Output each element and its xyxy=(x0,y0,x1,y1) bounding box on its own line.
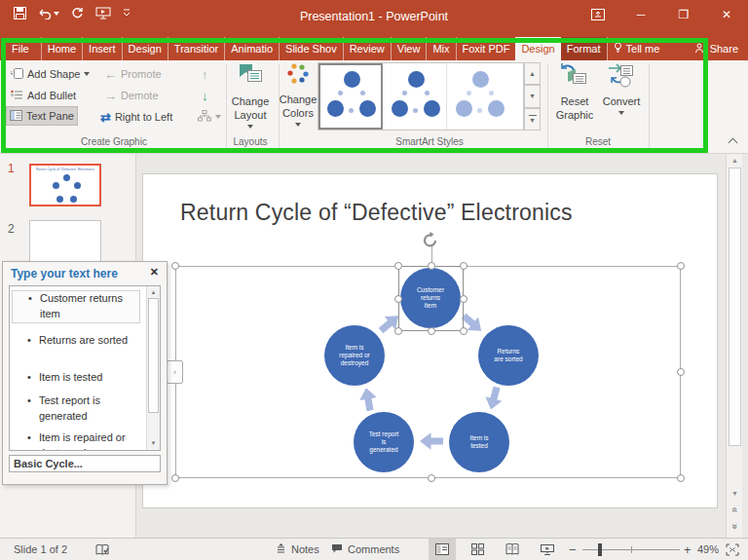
move-up-button[interactable]: ↑ xyxy=(199,64,211,84)
shape-handle-top-mid[interactable] xyxy=(428,262,435,270)
ribbon-display-options-button[interactable] xyxy=(577,0,619,29)
frame-handle-bottom-mid[interactable] xyxy=(428,474,435,482)
slideshow-button[interactable] xyxy=(534,539,561,560)
shape-handle-top-right[interactable] xyxy=(460,262,468,270)
slide-canvas[interactable]: Return Cycle of “Defective” Electronics … xyxy=(142,173,718,508)
zoom-in-button[interactable]: + xyxy=(684,539,692,560)
status-bar: Slide 1 of 2 Notes Comments − + 49% xyxy=(0,538,748,560)
text-pane-scroll-up-icon[interactable]: ▲ xyxy=(147,289,160,295)
close-button[interactable]: ✕ xyxy=(705,0,748,29)
cycle-node-item-is-tested[interactable]: Item is tested xyxy=(449,412,509,472)
tab-smartart-design-active[interactable]: Design xyxy=(515,37,560,60)
tab-file[interactable]: File xyxy=(0,37,42,60)
text-pane-button[interactable]: Text Pane xyxy=(6,106,78,126)
notes-button[interactable]: Notes xyxy=(276,539,319,560)
reading-view-button[interactable] xyxy=(499,539,526,560)
zoom-out-button[interactable]: − xyxy=(569,539,577,560)
add-bullet-button[interactable]: Add Bullet xyxy=(8,86,79,105)
text-pane-toggle-tab[interactable]: › xyxy=(167,360,183,384)
normal-view-button[interactable] xyxy=(429,539,456,560)
slide-sorter-button[interactable] xyxy=(464,539,491,560)
text-pane-scroll-down-icon[interactable]: ▼ xyxy=(147,440,160,446)
layout-name-box: Basic Cycle... xyxy=(9,455,161,472)
gallery-scroll-down-button[interactable]: ▼ xyxy=(524,85,541,107)
add-shape-caret-icon xyxy=(84,72,90,76)
share-button[interactable]: Share xyxy=(685,37,748,60)
rotate-handle[interactable] xyxy=(420,231,441,254)
change-colors-button[interactable]: Change Colors xyxy=(280,62,316,132)
scroll-down-icon[interactable]: ▼ xyxy=(727,490,743,497)
tab-home[interactable]: Home xyxy=(42,37,83,60)
zoom-slider-thumb[interactable] xyxy=(598,543,602,556)
frame-handle-top-right[interactable] xyxy=(677,262,685,270)
collapse-ribbon-button[interactable] xyxy=(729,138,738,144)
gallery-more-button[interactable]: ▼ xyxy=(524,108,541,131)
text-pane-scroll-thumb[interactable] xyxy=(148,298,159,413)
shape-handle-bottom-left[interactable] xyxy=(394,327,402,335)
scrollbar-thumb[interactable] xyxy=(729,168,741,446)
text-pane-item[interactable]: • Test report is generated xyxy=(12,393,140,425)
frame-handle-bottom-right[interactable] xyxy=(677,474,685,482)
convert-icon xyxy=(607,62,636,92)
slide-indicator[interactable]: Slide 1 of 2 xyxy=(14,539,67,560)
minimize-button[interactable]: ─ xyxy=(619,0,662,29)
tab-tell-me[interactable]: Tell me xyxy=(607,37,666,60)
next-slide-button[interactable]: » xyxy=(727,521,743,532)
right-to-left-button[interactable]: ⇄ Right to Left xyxy=(97,107,175,127)
style-thumbnail-3[interactable] xyxy=(447,63,511,130)
tab-foxit-pdf[interactable]: Foxit PDF xyxy=(457,37,516,60)
change-colors-caret-icon xyxy=(295,123,301,127)
text-pane-item[interactable]: • Item is repaired or destroyed xyxy=(12,430,140,451)
cycle-node-item-is-repaired-or-destroyed[interactable]: Item is repaired or destroyed xyxy=(324,325,385,386)
slide-1-thumbnail[interactable]: Return Cycle of “Defective” Electronics xyxy=(29,164,101,206)
zoom-level[interactable]: 49% xyxy=(697,539,719,560)
previous-slide-button[interactable]: « xyxy=(727,504,743,515)
change-layout-button[interactable]: Change Layout xyxy=(228,62,273,132)
shape-handle-bottom-right[interactable] xyxy=(460,327,468,335)
tab-slide-show[interactable]: Slide Shov xyxy=(280,37,344,60)
tab-mix[interactable]: Mix xyxy=(427,37,456,60)
style-thumbnail-2[interactable] xyxy=(383,63,447,130)
slide-2-thumbnail[interactable] xyxy=(29,220,101,263)
promote-button[interactable]: ← Promote xyxy=(101,64,165,84)
tab-smartart-format[interactable]: Format xyxy=(561,37,607,60)
tab-review[interactable]: Review xyxy=(344,37,392,60)
text-pane-item[interactable]: • Returns are sorted xyxy=(12,333,140,349)
add-shape-button[interactable]: Add Shape xyxy=(8,64,93,84)
org-chart-layout-button[interactable] xyxy=(195,107,224,127)
cycle-node-returns-are-sorted[interactable]: Returns are sorted xyxy=(478,325,539,386)
tab-design[interactable]: Design xyxy=(123,37,168,60)
text-pane-item[interactable]: • Item is tested xyxy=(12,370,140,386)
style-thumbnail-1-selected[interactable] xyxy=(318,63,383,130)
smartart-style-gallery xyxy=(318,62,524,131)
tab-view[interactable]: View xyxy=(392,37,428,60)
reset-graphic-button[interactable]: Reset Graphic xyxy=(553,62,596,132)
move-down-button[interactable]: ↓ xyxy=(199,86,211,105)
shape-handle-top-left[interactable] xyxy=(394,262,402,270)
shape-handle-mid-right[interactable] xyxy=(460,295,468,303)
spell-check-icon[interactable] xyxy=(95,539,110,560)
tab-transitions[interactable]: Transitior xyxy=(168,37,225,60)
tab-animations[interactable]: Animatio xyxy=(225,37,280,60)
frame-handle-mid-right[interactable] xyxy=(677,368,685,376)
frame-handle-top-left[interactable] xyxy=(171,262,179,270)
cycle-node-test-report-is-generated[interactable]: Test report is generated xyxy=(354,412,414,472)
comments-button[interactable]: Comments xyxy=(331,539,399,560)
demote-button[interactable]: → Demote xyxy=(101,86,162,105)
text-pane-item-selected[interactable]: • Customer returns item xyxy=(12,290,140,323)
fit-slide-to-window-button[interactable] xyxy=(726,539,739,560)
scroll-up-icon[interactable]: ▲ xyxy=(727,157,743,164)
convert-button[interactable]: Convert xyxy=(600,62,643,132)
tab-insert[interactable]: Insert xyxy=(83,37,123,60)
frame-handle-bottom-left[interactable] xyxy=(171,474,179,482)
shape-handle-bottom-mid[interactable] xyxy=(428,327,435,335)
restore-button[interactable]: ❐ xyxy=(662,0,705,29)
group-label-create-graphic: Create Graphic xyxy=(8,136,220,147)
gallery-scroll-up-button[interactable]: ▲ xyxy=(524,62,541,85)
slide-title[interactable]: Return Cycle of “Defective” Electronics xyxy=(180,200,573,226)
shape-handle-mid-left[interactable] xyxy=(394,295,402,303)
text-pane-scrollbar[interactable]: ▲ ▼ xyxy=(146,286,160,450)
slide-editing-area: Return Cycle of “Defective” Electronics … xyxy=(136,154,726,538)
vertical-scrollbar[interactable]: ▲ ▼ « » xyxy=(726,154,742,538)
text-pane-close-icon[interactable]: ✕ xyxy=(150,266,159,279)
